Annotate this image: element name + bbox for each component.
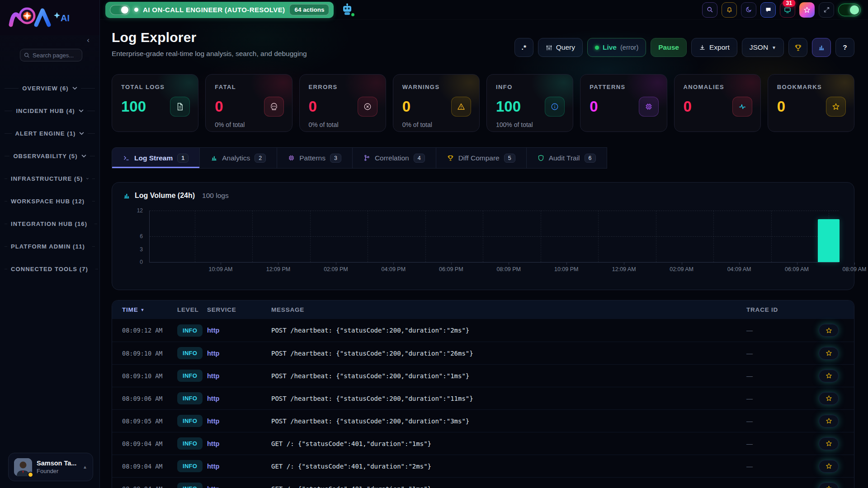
sidebar-item-workspace-hub[interactable]: WORKSPACE HUB (12) xyxy=(0,190,99,212)
level-badge: INFO xyxy=(177,415,203,427)
notifications-button[interactable] xyxy=(722,2,737,18)
query-button[interactable]: Query xyxy=(538,38,583,57)
bookmark-star-button[interactable] xyxy=(819,437,839,450)
user-role: Founder xyxy=(37,468,78,474)
tab-analytics[interactable]: Analytics 2 xyxy=(200,147,277,169)
sidebar-item-overview[interactable]: OVERVIEW (6) xyxy=(0,77,99,99)
export-format-select[interactable]: JSON ▼ xyxy=(742,38,784,57)
table-row[interactable]: 08:09:05 AM INFO http POST /heartbeat: {… xyxy=(112,409,854,432)
x-tick-label: 06:09 AM xyxy=(785,266,809,272)
monitor-icon xyxy=(784,6,791,14)
sidebar-collapse-button[interactable]: ‹ xyxy=(0,35,99,44)
level-badge: INFO xyxy=(177,437,203,450)
download-icon xyxy=(699,44,706,51)
x-tick-label: 04:09 PM xyxy=(382,266,406,272)
sidebar-item-infrastructure[interactable]: INFRASTRUCTURE (5) xyxy=(0,167,99,190)
nav-label: OVERVIEW (6) xyxy=(22,85,69,92)
search-input[interactable] xyxy=(33,52,78,59)
ai-oncall-toggle[interactable] xyxy=(110,5,130,15)
regex-toggle-button[interactable]: .* xyxy=(514,38,533,57)
bell-icon xyxy=(726,6,733,13)
stat-card-warnings: WARNINGS 0 0% of total xyxy=(393,74,480,132)
log-trace-id: — xyxy=(746,440,819,447)
bookmark-star-button[interactable] xyxy=(819,392,839,405)
tab-patterns[interactable]: Patterns 3 xyxy=(277,147,353,169)
global-search-button[interactable] xyxy=(702,2,717,18)
user-card[interactable]: Samson Ta... Founder ▲ xyxy=(8,453,93,481)
table-row[interactable]: 08:09:04 AM INFO http GET /: {"statusCod… xyxy=(112,432,854,455)
column-header-message: MESSAGE xyxy=(271,306,746,313)
x-tick-label: 02:09 AM xyxy=(670,266,693,272)
table-row[interactable]: 08:09:06 AM INFO http POST /heartbeat: {… xyxy=(112,387,854,409)
chart-yaxis: 03612 xyxy=(123,211,145,263)
table-header: TIME ▼ LEVEL SERVICE MESSAGE TRACE ID xyxy=(112,300,854,319)
x-tick-label: 12:09 PM xyxy=(266,266,291,272)
log-service: http xyxy=(207,327,271,334)
bookmark-star-button[interactable] xyxy=(819,324,839,337)
chevron-down-icon xyxy=(81,155,86,158)
stat-card-bookmarks: BOOKMARKS 0 xyxy=(768,74,854,132)
bookmark-star-button[interactable] xyxy=(819,370,839,382)
bookmark-star-button[interactable] xyxy=(819,415,839,427)
achievements-button[interactable] xyxy=(788,38,807,57)
theme-toggle[interactable] xyxy=(838,4,861,16)
stat-label: ERRORS xyxy=(309,84,377,90)
favorites-button[interactable] xyxy=(799,2,815,18)
log-service: http xyxy=(207,395,271,402)
tab-badge: 3 xyxy=(330,154,341,163)
sidebar-item-observability[interactable]: OBSERVABILITY (5) xyxy=(0,145,99,167)
fullscreen-button[interactable] xyxy=(819,2,834,18)
table-row[interactable]: 08:09:04 AM INFO http GET /: {"statusCod… xyxy=(112,477,854,488)
avatar xyxy=(14,458,32,476)
export-button[interactable]: Export xyxy=(691,38,737,57)
sidebar-item-alert-engine[interactable]: ALERT ENGINE (1) xyxy=(0,122,99,145)
live-status-button[interactable]: Live (error) xyxy=(587,38,646,57)
column-header-level: LEVEL xyxy=(177,306,207,313)
bookmark-star-button[interactable] xyxy=(819,483,839,488)
stat-card-info: INFO 100 100% of total xyxy=(486,74,573,132)
status-dot xyxy=(28,472,33,478)
sidebar-item-connected-tools[interactable]: CONNECTED TOOLS (7) xyxy=(0,258,99,280)
chip-icon xyxy=(639,97,659,117)
sidebar-item-platform-admin[interactable]: PLATFORM ADMIN (11) xyxy=(0,235,99,258)
skull-icon xyxy=(264,97,284,117)
table-row[interactable]: 08:09:10 AM INFO http POST /heartbeat: {… xyxy=(112,364,854,387)
tab-diff-compare[interactable]: Diff Compare 5 xyxy=(436,147,527,169)
log-message: POST /heartbeat: {"statusCode":200,"dura… xyxy=(271,418,746,425)
tab-audit-trail[interactable]: Audit Trail 6 xyxy=(527,147,607,169)
shield-icon xyxy=(538,155,544,161)
log-table-body: 08:09:12 AM INFO http POST /heartbeat: {… xyxy=(112,319,854,488)
bookmark-star-button[interactable] xyxy=(819,347,839,360)
tab-correlation[interactable]: Correlation 4 xyxy=(353,147,436,169)
log-time: 08:09:04 AM xyxy=(122,485,177,488)
stat-label: PATTERNS xyxy=(590,84,658,90)
chevron-down-icon xyxy=(79,132,84,135)
stat-value: 0 xyxy=(402,98,410,115)
log-trace-id: — xyxy=(746,485,819,488)
chart-view-button[interactable] xyxy=(812,38,831,57)
bookmark-star-button[interactable] xyxy=(819,460,839,473)
dark-mode-button[interactable] xyxy=(741,2,756,18)
chat-button[interactable] xyxy=(760,2,776,18)
stat-label: FATAL xyxy=(215,84,283,90)
volume-bar[interactable] xyxy=(818,219,840,262)
table-row[interactable]: 08:09:10 AM INFO http POST /heartbeat: {… xyxy=(112,342,854,364)
table-row[interactable]: 08:09:04 AM INFO http GET /: {"statusCod… xyxy=(112,455,854,477)
sidebar-item-integration-hub[interactable]: INTEGRATION HUB (16) xyxy=(0,212,99,235)
tab-log-stream[interactable]: Log Stream 1 xyxy=(112,147,200,169)
expand-icon xyxy=(823,6,830,13)
column-header-time[interactable]: TIME ▼ xyxy=(122,306,177,313)
help-button[interactable]: ? xyxy=(835,38,854,57)
stat-label: TOTAL LOGS xyxy=(121,84,190,90)
log-message: GET /: {"statusCode":401,"duration":"1ms… xyxy=(271,440,746,447)
sidebar-item-incident-hub[interactable]: INCIDENT HUB (4) xyxy=(0,99,99,122)
x-tick-label: 06:09 PM xyxy=(439,266,463,272)
app-logo[interactable]: AI xyxy=(0,0,99,35)
sidebar-search[interactable] xyxy=(20,49,82,61)
trophy-icon xyxy=(447,155,454,161)
chevron-down-icon xyxy=(72,87,77,90)
ai-assistant-button[interactable] xyxy=(341,3,354,17)
table-row[interactable]: 08:09:12 AM INFO http POST /heartbeat: {… xyxy=(112,319,854,342)
monitor-button[interactable]: 31 xyxy=(780,2,795,18)
pause-button[interactable]: Pause xyxy=(651,38,687,57)
